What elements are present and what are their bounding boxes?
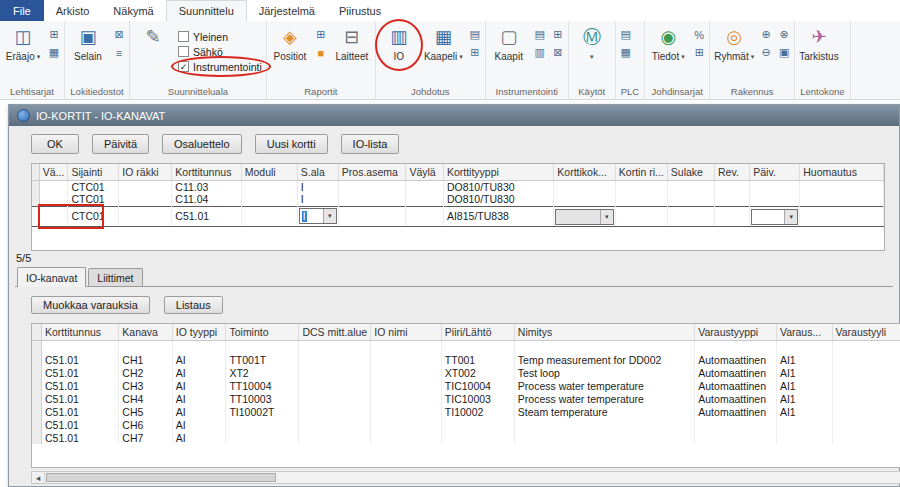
table-row[interactable]: C51.01CH3AITT10004TIC10004Process water … bbox=[32, 379, 900, 392]
eraajo-button[interactable]: ◫ Eräajo▾ bbox=[2, 23, 44, 64]
tab-arkisto[interactable]: Arkisto bbox=[44, 0, 102, 21]
column-header[interactable]: Rev. bbox=[715, 164, 750, 180]
column-header[interactable]: Vä... bbox=[39, 164, 68, 180]
checkbox-instrumentointi[interactable]: Instrumentointi bbox=[178, 59, 262, 74]
table-row[interactable]: C51.01CH5AITI10002TTI10002Steam temperat… bbox=[32, 405, 900, 418]
table-row[interactable]: CTC01C11.04IDO810/TU830 bbox=[32, 193, 884, 206]
remove-icon[interactable]: ⊗ bbox=[776, 27, 792, 42]
table-row[interactable]: CTC01C51.01I▾AI815/TU838▾▾ bbox=[32, 206, 884, 226]
log-delete-icon[interactable]: ⊠ bbox=[111, 27, 127, 42]
position-box-icon[interactable]: ■ bbox=[313, 45, 329, 60]
tab-file[interactable]: File bbox=[0, 0, 44, 21]
report-grid-icon[interactable]: ⊞ bbox=[313, 27, 329, 42]
table-row[interactable]: C51.01CH4AITT10003TIC10003Process water … bbox=[32, 392, 900, 405]
column-header[interactable]: Korttikok... bbox=[554, 164, 616, 180]
s-ala-combo[interactable]: I▾ bbox=[299, 208, 337, 224]
instrument-doc-icon[interactable]: ▤ bbox=[532, 27, 548, 42]
column-header[interactable]: Sulake bbox=[667, 164, 714, 180]
checkbox-yleinen[interactable]: Yleinen bbox=[178, 29, 262, 44]
scrollbar-thumb[interactable] bbox=[46, 473, 276, 482]
laitteet-button[interactable]: ⊟ Laitteet bbox=[331, 23, 373, 64]
listaus-button[interactable]: Listaus bbox=[164, 296, 223, 314]
horizontal-scrollbar[interactable]: ◂ bbox=[31, 471, 900, 484]
tab-nakyma[interactable]: Näkymä bbox=[101, 0, 165, 21]
button-label: Kaapeli bbox=[424, 51, 457, 62]
tab-io-kanavat[interactable]: IO-kanavat bbox=[17, 267, 86, 287]
column-header[interactable]: DCS mitt.alue bbox=[299, 324, 371, 340]
table-row[interactable]: C51.01CH1AITT001TTT001Temp measurement f… bbox=[32, 353, 900, 366]
tab-piirustus[interactable]: Piirustus bbox=[327, 0, 393, 21]
table-row[interactable]: CTC01C11.03IDO810/TU830 bbox=[32, 180, 884, 193]
subtract-icon[interactable]: ⊖ bbox=[758, 45, 774, 60]
column-header[interactable]: Päiv. bbox=[750, 164, 800, 180]
column-header[interactable]: Nimitys bbox=[514, 324, 694, 340]
tarkistus-button[interactable]: ✈ Tarkistus bbox=[797, 23, 840, 64]
instrument-export-icon[interactable]: ⊞ bbox=[550, 27, 566, 42]
osaluettelo-button[interactable]: Osaluettelo bbox=[162, 134, 242, 154]
kaapit-button[interactable]: ▢ Kaapit bbox=[488, 23, 530, 64]
tab-jarjestelma[interactable]: Järjestelmä bbox=[247, 0, 327, 21]
column-header[interactable]: S.ala bbox=[297, 164, 338, 180]
column-header[interactable]: IO räkki bbox=[119, 164, 172, 180]
column-header[interactable]: Toiminto bbox=[226, 324, 299, 340]
sheet-grid-icon[interactable]: ⊞ bbox=[46, 27, 62, 42]
column-header[interactable]: IO tyyppi bbox=[172, 324, 226, 340]
table-row[interactable] bbox=[32, 340, 900, 353]
tab-liittimet[interactable]: Liittimet bbox=[88, 268, 142, 286]
column-header[interactable]: Varaustyyppi bbox=[695, 324, 777, 340]
plc-import-icon[interactable]: ▤ bbox=[618, 27, 634, 42]
column-header[interactable]: Korttitunnus bbox=[42, 324, 119, 340]
column-header[interactable]: Varaustyyli bbox=[832, 324, 900, 340]
group-label-johdotus: Johdotus bbox=[378, 86, 483, 99]
korttikok-combo[interactable]: ▾ bbox=[555, 209, 614, 225]
column-header[interactable]: Kortin ri... bbox=[615, 164, 667, 180]
button-label: Ryhmät bbox=[714, 51, 748, 62]
column-header[interactable]: IO nimi bbox=[371, 324, 441, 340]
scroll-left-icon[interactable]: ◂ bbox=[32, 472, 45, 483]
group-box-icon[interactable]: ▣ bbox=[776, 45, 792, 60]
checkbox-sahko[interactable]: Sähkö bbox=[178, 44, 262, 59]
design-area-button[interactable]: ✎ bbox=[132, 23, 174, 51]
column-header[interactable]: Piiri/Lähtö bbox=[441, 324, 514, 340]
ryhmat-button[interactable]: ◎ Ryhmät▾ bbox=[712, 23, 756, 64]
kaapeli-button[interactable]: ▦ Kaapeli▾ bbox=[422, 23, 465, 64]
io-lista-button[interactable]: IO-lista bbox=[341, 134, 400, 154]
positiot-button[interactable]: ◈ Positiot bbox=[269, 23, 311, 64]
paiv-combo[interactable]: ▾ bbox=[751, 209, 798, 225]
wire-percent-icon[interactable]: % bbox=[691, 27, 707, 42]
table-row[interactable]: C51.01CH6AI bbox=[32, 418, 900, 431]
io-button[interactable]: ▥ IO bbox=[378, 23, 420, 64]
tab-suunnittelu[interactable]: Suunnittelu bbox=[166, 0, 247, 21]
button-label: Tiedot bbox=[652, 51, 679, 62]
wire-data-icon: ◉ bbox=[660, 24, 676, 50]
muokkaa-varauksia-button[interactable]: Muokkaa varauksia bbox=[31, 296, 150, 314]
selain-button[interactable]: ▣ Selain bbox=[67, 23, 109, 64]
table-row[interactable]: C51.01CH2AIXT2XT002Test loopAutomaattine… bbox=[32, 366, 900, 379]
wire-number-icon[interactable]: ⊞ bbox=[691, 45, 707, 60]
column-header[interactable]: Huomautus bbox=[800, 164, 884, 180]
cable-edit-icon[interactable]: ⊞ bbox=[467, 45, 483, 60]
paivita-button[interactable]: Päivitä bbox=[92, 134, 149, 154]
column-header[interactable]: Sijainti bbox=[68, 164, 119, 180]
uusi-kortti-button[interactable]: Uusi kortti bbox=[255, 134, 328, 154]
column-header[interactable]: Varaus... bbox=[776, 324, 832, 340]
table-row[interactable]: C51.01CH7AI bbox=[32, 431, 900, 444]
kaytot-button[interactable]: Ⓜ ▾ bbox=[571, 23, 613, 64]
column-header[interactable]: Kanava bbox=[119, 324, 172, 340]
dialog-titlebar[interactable]: IO-KORTIT - IO-KANAVAT bbox=[9, 105, 899, 126]
sheet-table-icon[interactable]: ▦ bbox=[46, 45, 62, 60]
column-header[interactable]: Korttityyppi bbox=[443, 164, 553, 180]
column-header[interactable]: Väylä bbox=[406, 164, 444, 180]
ok-button[interactable]: OK bbox=[31, 134, 79, 154]
column-header[interactable]: Moduli bbox=[241, 164, 297, 180]
column-header[interactable]: Korttitunnus bbox=[172, 164, 241, 180]
add-icon[interactable]: ⊕ bbox=[758, 27, 774, 42]
plc-export-icon[interactable]: ▦ bbox=[618, 45, 634, 60]
group-lehtisarjat: ◫ Eräajo▾ ⊞ ▦ Lehtisarjat bbox=[0, 21, 65, 99]
log-list-icon[interactable]: ≡ bbox=[111, 45, 127, 60]
tiedot-button[interactable]: ◉ Tiedot▾ bbox=[647, 23, 689, 64]
column-header[interactable]: Pros.asema bbox=[338, 164, 406, 180]
instrument-sheet-icon[interactable]: ▥ bbox=[532, 45, 548, 60]
instrument-sync-icon[interactable]: ⊠ bbox=[550, 45, 566, 60]
cable-list-icon[interactable]: ▤ bbox=[467, 27, 483, 42]
